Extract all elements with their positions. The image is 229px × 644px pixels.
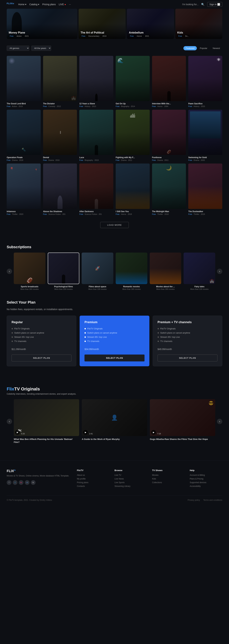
footer-link-livesports[interactable]: Live Sports bbox=[114, 481, 147, 484]
plan-select-button-premium[interactable]: SELECT PLAN bbox=[84, 354, 144, 362]
sub-card-movies[interactable]: Movies about the ... More than 300 movie… bbox=[150, 252, 182, 290]
tab-popular[interactable]: Popular bbox=[198, 46, 210, 50]
movie-card[interactable]: 🎈 🎈 Infamous Free · Thriller · 2020 bbox=[7, 164, 41, 215]
footer-link-billing[interactable]: Account & Billing bbox=[190, 474, 222, 476]
movie-meta: Free · Horror · 1994 bbox=[152, 105, 186, 107]
footer-link-streaming[interactable]: Streaming Library bbox=[114, 485, 147, 487]
movie-card[interactable]: 🏈 Footloose Free · Drama · 2011 bbox=[152, 110, 186, 161]
hero-card-1[interactable]: Money Plane Free Action 2021 bbox=[7, 9, 77, 39]
slider-prev-button[interactable]: ‹ bbox=[7, 269, 12, 274]
load-more-button[interactable]: LOAD MORE bbox=[100, 222, 128, 228]
subscription-list: 🏈 Sports broadcasts More than 300 movies… bbox=[12, 252, 217, 290]
play-button[interactable]: ▶ bbox=[83, 430, 88, 435]
hero-card-4[interactable]: Kids Free Do... bbox=[175, 9, 222, 39]
movie-thumb bbox=[188, 164, 222, 209]
sign-in-button[interactable]: Sign in ⬜ bbox=[207, 2, 222, 7]
tab-newest[interactable]: Newest bbox=[210, 46, 222, 50]
footer-link-movies[interactable]: Movies bbox=[152, 474, 184, 476]
nav-live[interactable]: LIVE ● bbox=[59, 3, 66, 6]
movie-title: The Midnight Man bbox=[152, 210, 186, 213]
movie-card[interactable]: 🌙 The Midnight Man Free · Thriller · 201… bbox=[152, 164, 186, 215]
originals-title: FlixTV Originals bbox=[7, 386, 222, 392]
movie-card[interactable]: The Good Lord Bird Free · Action · 2019 bbox=[7, 56, 41, 107]
hero-card-2[interactable]: The Art of Political Free Documentary 20… bbox=[78, 9, 126, 39]
nav-catalog[interactable]: Catalog ▾ bbox=[29, 3, 39, 6]
tab-featured[interactable]: Featured bbox=[184, 46, 197, 50]
movie-card[interactable]: 🏙 Fighting with My F... Free · Drama · 2… bbox=[116, 110, 150, 161]
movie-card[interactable]: After Darkness Free · Science Fiction · … bbox=[79, 164, 113, 215]
original-card-3[interactable]: 😎 ▶ 7:19 Gugu Mbatha-Raw Shares the Film… bbox=[150, 399, 215, 444]
plan-card-regular: Regular FlixTV Originals Switch plans or… bbox=[7, 316, 76, 366]
sub-card-psych[interactable]: Psychological films More than 200 movies bbox=[48, 252, 80, 290]
movie-thumb bbox=[43, 164, 77, 209]
original-title: Gugu Mbatha-Raw Shares the Films That Gi… bbox=[150, 438, 215, 441]
original-card-2[interactable]: 👤 ▶ 2:41 A Guide to the Work of Ryan Mur… bbox=[82, 399, 147, 444]
nav-home[interactable]: Home ▾ bbox=[18, 3, 26, 6]
sub-count: More than 300 movies bbox=[116, 288, 147, 290]
social-twitter[interactable]: t bbox=[13, 480, 18, 485]
movie-card[interactable]: 12 Years a Slave Free · History · 2013 bbox=[79, 56, 113, 107]
footer-link-pricing[interactable]: Pricing plans bbox=[77, 481, 110, 484]
footer-link-profile[interactable]: My profile bbox=[77, 478, 110, 480]
search-icon[interactable]: 🔍 bbox=[201, 3, 204, 6]
footer-link-kids[interactable]: Kids bbox=[152, 478, 184, 480]
duration-badge: 2:41 bbox=[89, 433, 93, 435]
movie-card[interactable]: I Still See You Free · Horror · 2018 bbox=[116, 164, 150, 215]
play-button[interactable]: ▶ bbox=[15, 430, 20, 435]
tag-genre-4: Do... bbox=[184, 35, 190, 37]
footer-link-plans[interactable]: Plans & Pricing bbox=[190, 478, 222, 480]
originals-next-button[interactable]: › bbox=[217, 419, 222, 424]
footer-terms[interactable]: Terms and conditions bbox=[203, 499, 222, 501]
movie-card[interactable]: Swimming for Gold Free · Drama · 2020 bbox=[188, 110, 222, 161]
nav-pricing[interactable]: Pricing plans bbox=[42, 3, 56, 6]
movie-card[interactable]: 🏰 The Dictator Free · Comedy · 2012 bbox=[43, 56, 77, 107]
plan-select-button-regular[interactable]: SELECT PLAN bbox=[12, 354, 72, 362]
plan-feature: Stream 65+ top Live bbox=[12, 336, 72, 338]
footer-privacy[interactable]: Privacy policy bbox=[188, 499, 200, 501]
social-tiktok[interactable]: tk bbox=[31, 480, 36, 485]
plan-feature: Switch plans or cancel anytime bbox=[158, 332, 218, 334]
sub-card-sports[interactable]: 🏈 Sports broadcasts More than 300 movies bbox=[14, 252, 46, 290]
movie-card[interactable]: 🌊 Get On Up Free · Biography · 2014 bbox=[116, 56, 150, 107]
nav-more[interactable]: ··· bbox=[69, 3, 71, 6]
originals-prev-button[interactable]: ‹ bbox=[7, 419, 12, 424]
footer-link-about[interactable]: About us bbox=[77, 474, 110, 476]
movie-card[interactable]: Luce Free · Biography · 2019 bbox=[79, 110, 113, 161]
footer-link-contacts[interactable]: Contacts bbox=[77, 485, 110, 487]
plan-select-button-premium-plus[interactable]: SELECT PLAN bbox=[158, 354, 218, 362]
footer-link-devices[interactable]: Supported devices bbox=[190, 481, 222, 484]
footer-link-livetv[interactable]: Live TV bbox=[114, 474, 147, 476]
movie-card[interactable]: 🔦 Operation Finale Free · Drama · 2018 bbox=[7, 110, 41, 161]
sub-card-space[interactable]: 🚀 Films about space More than 100 movies bbox=[82, 252, 113, 290]
movie-meta: Free · Drama · 2018 bbox=[7, 159, 41, 161]
year-filter[interactable]: All the years 2021 2020 2019 2018 bbox=[31, 46, 51, 51]
social-facebook[interactable]: f bbox=[7, 480, 12, 485]
genre-filter[interactable]: All genres Action Drama Comedy Horror Th… bbox=[7, 46, 29, 51]
footer-link-collections[interactable]: Collections bbox=[152, 481, 184, 484]
slider-next-button[interactable]: › bbox=[217, 269, 222, 274]
social-instagram[interactable]: in bbox=[19, 480, 24, 485]
movie-card[interactable]: ▐ Denial Free · Drama · 2016 bbox=[43, 110, 77, 161]
movie-title: Fighting with My F... bbox=[116, 156, 150, 159]
movie-meta: Free · Drama · 2011 bbox=[152, 159, 186, 161]
footer-link-livenews[interactable]: Live News bbox=[114, 478, 147, 480]
footer-col-title: FlixTV bbox=[77, 469, 110, 472]
movie-title: Interview With the... bbox=[152, 102, 186, 105]
movie-card[interactable]: Above the Shadows Free · Science Fiction… bbox=[43, 164, 77, 215]
movie-card[interactable]: Interview With the... Free · Horror · 19… bbox=[152, 56, 186, 107]
movie-card[interactable]: The Dustwalker Free · Thriller · 2019 bbox=[188, 164, 222, 215]
sub-card-fairy[interactable]: 🏰 Fairy tales More than 100 movies bbox=[184, 252, 215, 290]
footer-link-accessibility[interactable]: Accessibility bbox=[190, 485, 222, 487]
play-button[interactable]: ▶ bbox=[151, 430, 156, 435]
movie-title: 12 Years a Slave bbox=[79, 102, 113, 105]
hero-section: Money Plane Free Action 2021 The Art of … bbox=[0, 9, 229, 39]
movie-meta: Free · Thriller · 2019 bbox=[188, 213, 222, 215]
site-logo[interactable]: FLIXtv bbox=[7, 2, 14, 6]
movie-thumb bbox=[79, 56, 113, 101]
sub-card-romantic[interactable]: Romantic movies More than 300 movies bbox=[116, 252, 147, 290]
movie-card[interactable]: 🕷 Pawn Sacrifice Free · History · 2015 bbox=[188, 56, 222, 107]
hero-card-3[interactable]: Antebellum Free Horror 2021 bbox=[127, 9, 174, 39]
social-vk[interactable]: vk bbox=[25, 480, 30, 485]
sub-count: More than 100 movies bbox=[82, 288, 113, 290]
original-card-1[interactable]: 🏍 ▶ 5:33 What Was Ben Affleck Planning f… bbox=[14, 399, 79, 444]
